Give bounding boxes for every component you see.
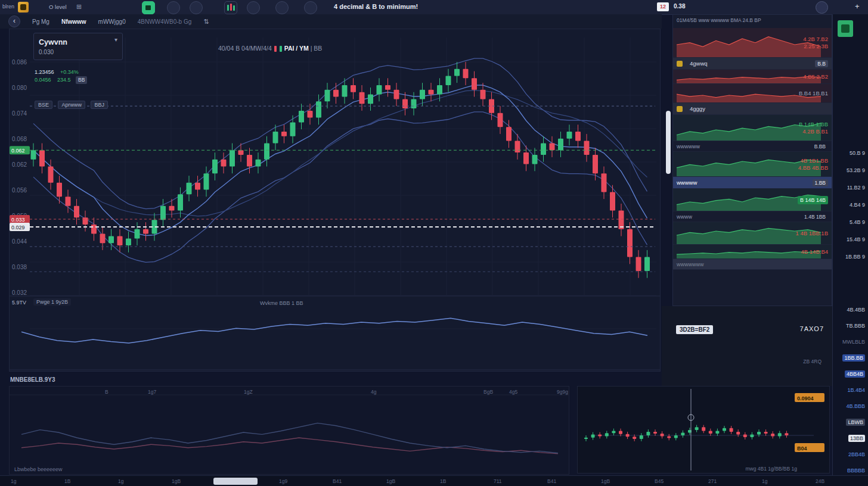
watchlist-row[interactable]: 4gggy [673, 103, 832, 115]
mini-candle-panel: 0.0904B04 mwg 4B1 1g/BB/BB 1g [577, 386, 830, 473]
symbol-selector[interactable]: Cywvnn ▾ 0.030 [33, 33, 123, 60]
watchlist-row[interactable]: 4B 1B1.BB4.BB 4B.BB [673, 152, 832, 177]
watchlist-row[interactable]: 1 4B 1BB.1B [673, 222, 832, 245]
price-scale-value: 15.4B 9 [834, 236, 865, 242]
time-tick: 1g [118, 478, 123, 484]
price-scale-value: 1BB.BB [834, 355, 865, 361]
time-tick: 271 [708, 478, 717, 484]
svg-text:0.029: 0.029 [11, 225, 25, 230]
price-scale-value: LBWB [834, 419, 865, 425]
watchlist-row[interactable]: B.14B 1.BB4.2B B.B1 [673, 115, 832, 141]
indicator-label[interactable]: Pwge 1 9y2B [33, 298, 71, 306]
price-scale-value: 4B.BBB [834, 403, 865, 409]
watchlist-row[interactable]: 4B 14B.B4 [673, 245, 832, 259]
globe-icon[interactable] [190, 1, 203, 14]
app-logo-icon[interactable] [18, 2, 29, 13]
time-tick: 24B [816, 478, 824, 484]
main-chart-canvas[interactable]: 0.0860.0800.0740.0680.0620.0560.0500.044… [10, 29, 660, 371]
price-scale-value: MWLBLB [834, 339, 865, 345]
time-axis: 1g1B1g1gB1271g9B411gB1B711B411gBB452711g… [0, 475, 868, 486]
price-scale-value: 4.B4 9 [834, 202, 865, 208]
oscillator-panel: B1g71gZ4gBgB4g59g9g Lbwbebe beeeeeew [9, 386, 569, 475]
chart-title: 40/04 B 04/MW/4/4 PAI / YM | BB [218, 45, 322, 52]
time-tick: 1g [762, 478, 767, 484]
chart-title-extra: | BB [311, 45, 323, 52]
stat-change: +0.34% [60, 69, 79, 75]
time-tick: B41 [333, 478, 342, 484]
time-tick: B45 [655, 478, 664, 484]
world-icon[interactable] [275, 1, 289, 14]
chart-toolbar: ‹ Pg Mg Nfwwww mWWjgg0 4BNWW4WB0-b Gg ⇅ [0, 14, 662, 29]
oscillator-canvas[interactable] [10, 387, 569, 474]
grid-icon[interactable]: ⊞ [76, 3, 82, 11]
svg-text:0.033: 0.033 [11, 217, 25, 223]
watchlist-row[interactable]: B.B4 1B.B1 [673, 84, 832, 103]
toolbar-item-2[interactable]: Nfwwww [61, 18, 86, 25]
toolbar-item-3[interactable]: mWWjgg0 [98, 18, 126, 25]
toolbar-item-4[interactable]: 4BNWW4WB0-b Gg [138, 18, 192, 25]
watchlist-row[interactable]: wwwwwwB.BB [673, 141, 832, 152]
watchlist-row[interactable]: wwwwwww [673, 259, 832, 270]
user-icon[interactable] [304, 1, 317, 14]
horizontal-scrollbar[interactable] [213, 478, 258, 485]
notification-badge[interactable]: 12 [657, 2, 669, 11]
mini-candle-canvas[interactable]: 0.0904B04 [578, 387, 829, 473]
price-scale-column: 50.B 953.2B 911.B2 94.B4 95.4B 915.4B 91… [832, 14, 868, 475]
price-scale-value: 13BB [834, 435, 865, 441]
price-scale-value: 5.4B 9 [834, 219, 865, 225]
time-tick: 1g [11, 478, 16, 484]
watchlist-header: 01M4/5B www wwwww BMA 24.B BP [673, 15, 832, 28]
time-tick: 1gB [601, 478, 610, 484]
detail-label: 7AXO7 [800, 325, 824, 332]
svg-text:0.062: 0.062 [12, 161, 27, 168]
mini-chart-icon[interactable] [224, 1, 237, 14]
time-tick: 1B [64, 478, 70, 484]
menu-level-item[interactable]: O level [49, 4, 67, 10]
watchlist-row[interactable]: 4.B5 2.B2 [673, 70, 832, 84]
svg-text:0.074: 0.074 [12, 110, 27, 117]
svg-text:0.038: 0.038 [12, 264, 27, 270]
symbol-name: Cywvnn [39, 38, 67, 46]
top-toolbar: blren O level ⊞ 4 decimal & B to minimum… [0, 0, 868, 15]
clock-icon[interactable] [167, 1, 180, 14]
asset-color-icon [677, 61, 683, 67]
tag-period[interactable]: Aprwww [58, 101, 85, 109]
watchlist-row[interactable]: B 14B 14B [673, 189, 832, 211]
toolbar-item-1[interactable]: Pg Mg [32, 18, 49, 25]
vertical-scrollbar[interactable] [666, 111, 671, 174]
oscillator-footer: Lbwbebe beeeeeew [14, 466, 63, 472]
watchlist-row[interactable]: wwwww1.BB [673, 177, 832, 189]
buy-indicator-icon[interactable] [838, 20, 853, 37]
refresh-icon[interactable] [247, 1, 260, 14]
add-icon[interactable]: + [855, 2, 860, 11]
price-scale-value: 1B.4B4 [834, 387, 865, 393]
svg-text:0.0904: 0.0904 [797, 395, 814, 401]
price-scale-value: 53.2B 9 [834, 167, 865, 173]
red-candle-icon [274, 46, 277, 52]
symbol-stats: 1.23456 +0.34% 0.0456 234.5 BB [35, 68, 87, 84]
chart-title-date: 40/04 B 04/MW/4/4 [218, 45, 272, 52]
watchlist-row[interactable]: 4gwwqB.B [673, 58, 832, 70]
watchlist-panel: 01M4/5B www wwwww BMA 24.B BP 4.2B 7.B22… [672, 14, 832, 306]
svg-text:0.068: 0.068 [12, 136, 27, 142]
back-icon[interactable]: ‹ [8, 15, 20, 27]
tag-exchange[interactable]: BSE [35, 101, 52, 109]
watchlist-row[interactable]: wwww1.4B 1BB [673, 211, 832, 222]
detail-tag[interactable]: 3D2B=BF2 [676, 325, 713, 334]
watchlist-row[interactable]: 4.2B 7.B22.25 2.3B [673, 28, 832, 58]
sort-icon[interactable]: ⇅ [203, 18, 209, 26]
watchlist-rows: 4.2B 7.B22.25 2.3B4gwwqB.B4.B5 2.B2B.B4 … [673, 28, 832, 270]
axis-tick: 1gZ [244, 389, 253, 395]
svg-text:0.080: 0.080 [12, 85, 27, 91]
time-tick: 1gB [172, 478, 181, 484]
chat-icon[interactable] [142, 1, 155, 14]
chevron-down-icon[interactable]: ▾ [114, 36, 117, 43]
green-candle-icon [280, 46, 282, 52]
tag-type[interactable]: BBJ [91, 101, 108, 109]
svg-text:0.032: 0.032 [12, 289, 27, 296]
price-scale-value: 4B.4BB [834, 307, 865, 313]
stat-vol: 234.5 [57, 77, 71, 83]
price-scale-value: 1B.BB 9 [834, 254, 865, 260]
avatar[interactable] [816, 1, 828, 14]
stat-low: 0.0456 [35, 77, 51, 83]
